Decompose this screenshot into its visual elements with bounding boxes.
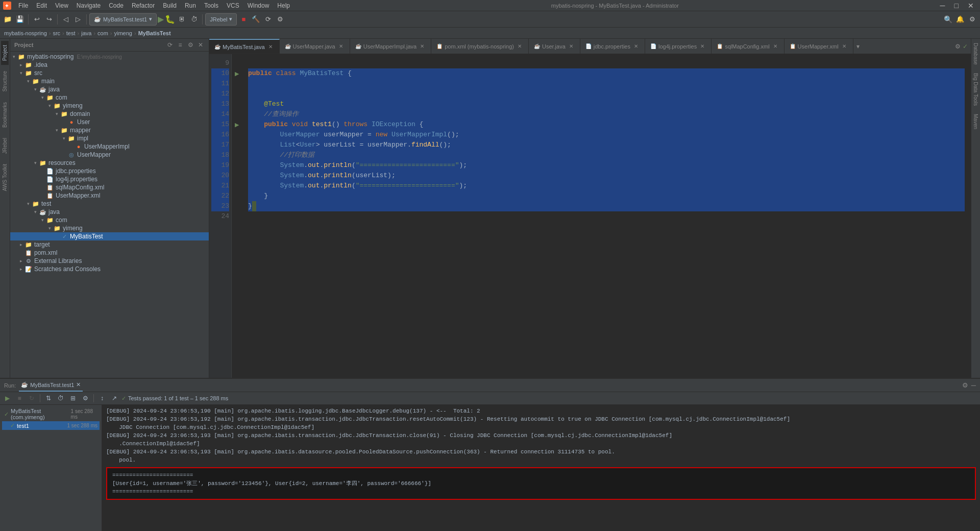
- breadcrumb-yimeng[interactable]: yimeng: [114, 30, 132, 36]
- tab-jdbc[interactable]: 📄 jdbc.properties ✕: [580, 39, 645, 54]
- sidebar-gear-icon[interactable]: ⚙: [186, 41, 194, 49]
- run-toggle-tree-btn[interactable]: ↕: [97, 393, 107, 403]
- tab-close-user[interactable]: ✕: [568, 43, 575, 50]
- sidebar-sync-icon[interactable]: ⟳: [166, 41, 174, 49]
- run-tab-close[interactable]: ✕: [76, 381, 81, 388]
- menu-vcs[interactable]: VCS: [223, 1, 243, 10]
- window-minimize[interactable]: ─: [936, 1, 949, 11]
- run-config-selector[interactable]: ☕ MyBatisTest.test1 ▾: [89, 13, 157, 26]
- right-tab-bigdata[interactable]: Big Data Tools: [972, 69, 979, 110]
- tree-item-main[interactable]: ▾ 📁 main: [10, 77, 209, 85]
- run-panel-settings-btn[interactable]: ⚙: [962, 381, 968, 389]
- tree-item-target[interactable]: ▸ 📁 target: [10, 240, 209, 249]
- tree-item-sqlmapconfig[interactable]: 📋 sqlMapConfig.xml: [10, 183, 209, 191]
- menu-code[interactable]: Code: [105, 1, 128, 10]
- code-content[interactable]: public class MyBatisTest { @Test //查询操作 …: [242, 54, 971, 378]
- run-sort-duration-btn[interactable]: ⏱: [56, 393, 66, 403]
- profile-button[interactable]: ⏱: [188, 14, 200, 25]
- sidebar-tab-structure[interactable]: Structure: [1, 67, 9, 96]
- tab-pom[interactable]: 📋 pom.xml (mybatis-nospring) ✕: [431, 39, 529, 54]
- tree-item-test-yimeng[interactable]: ▾ 📁 yimeng: [10, 224, 209, 232]
- jrebel-selector[interactable]: JRebel ▾: [205, 13, 237, 26]
- tree-item-ext-libs[interactable]: ▸ ⚙ External Libraries: [10, 257, 209, 265]
- tab-mybatistest[interactable]: ☕ MyBatisTest.java ✕: [209, 39, 280, 54]
- tab-usermapperimpl[interactable]: ☕ UserMapperImpl.java ✕: [350, 39, 432, 54]
- run-stop-btn[interactable]: ■: [14, 393, 24, 403]
- test-item-root[interactable]: ✓ MyBatisTest (com.yimeng) 1 sec 288 ms: [2, 407, 100, 421]
- tree-item-user[interactable]: ● User: [10, 118, 209, 126]
- run-panel-tab[interactable]: ☕ MyBatisTest.test1 ✕: [19, 379, 83, 392]
- tab-usermapper[interactable]: ☕ UserMapper.java ✕: [280, 39, 350, 54]
- tab-user[interactable]: ☕ User.java ✕: [529, 39, 580, 54]
- tree-item-root[interactable]: ▾ 📁 mybatis-nospring E:\mybatis-nospring: [10, 53, 209, 61]
- tab-close-sqlmapconfig[interactable]: ✕: [772, 43, 779, 50]
- notifications-btn[interactable]: 🔔: [954, 14, 966, 25]
- editor-settings-icon[interactable]: ⚙: [955, 43, 961, 50]
- run-import-btn[interactable]: ↗: [109, 393, 119, 403]
- toolbar-nav-fwd-btn[interactable]: ▷: [72, 14, 84, 25]
- console-output[interactable]: [DEBUG] 2024-09-24 23:06:53,190 [main] o…: [102, 405, 980, 531]
- toolbar-undo-btn[interactable]: ↩: [31, 14, 42, 25]
- menu-run[interactable]: Run: [181, 1, 200, 10]
- run-expand-btn[interactable]: ⊞: [68, 393, 78, 403]
- tree-item-mapper[interactable]: ▾ 📁 mapper: [10, 126, 209, 134]
- tree-item-jdbc-props[interactable]: 📄 jdbc.properties: [10, 167, 209, 175]
- settings-button[interactable]: ⚙: [275, 14, 286, 25]
- tree-item-idea[interactable]: ▸ 📁 .idea: [10, 61, 209, 69]
- menu-window[interactable]: Window: [243, 1, 274, 10]
- tree-item-usermapper[interactable]: ◎ UserMapper: [10, 151, 209, 159]
- tree-item-main-com[interactable]: ▾ 📁 com: [10, 93, 209, 102]
- tree-item-impl[interactable]: ▾ 📁 impl: [10, 134, 209, 142]
- menu-tools[interactable]: Tools: [200, 1, 223, 10]
- tab-log4j[interactable]: 📄 log4j.properties ✕: [645, 39, 712, 54]
- sidebar-tab-project[interactable]: Project: [1, 41, 9, 65]
- tree-item-pom[interactable]: 📋 pom.xml: [10, 249, 209, 257]
- menu-navigate[interactable]: Navigate: [72, 1, 105, 10]
- tree-item-test[interactable]: ▾ 📁 test: [10, 200, 209, 208]
- toolbar-redo-btn[interactable]: ↪: [43, 14, 55, 25]
- breadcrumb-com[interactable]: com: [97, 30, 108, 36]
- toolbar-nav-back-btn[interactable]: ◁: [60, 14, 71, 25]
- tab-close-usermapper-xml[interactable]: ✕: [841, 43, 848, 50]
- tree-item-usermapperimpl[interactable]: ● UserMapperImpl: [10, 142, 209, 151]
- tab-close-log4j[interactable]: ✕: [699, 43, 706, 50]
- toolbar-save-btn[interactable]: 💾: [14, 14, 26, 25]
- tree-item-src[interactable]: ▾ 📁 src: [10, 69, 209, 77]
- tree-item-mybatistest[interactable]: ✓ MyBatisTest: [10, 232, 209, 240]
- tree-item-test-com[interactable]: ▾ 📁 com: [10, 216, 209, 224]
- sidebar-tab-bookmarks[interactable]: Bookmarks: [1, 98, 9, 132]
- tab-close-pom[interactable]: ✕: [516, 43, 523, 50]
- ide-settings-btn[interactable]: ⚙: [967, 14, 978, 25]
- tree-item-resources[interactable]: ▾ 📁 resources: [10, 159, 209, 167]
- editor-bookmark-icon[interactable]: ✓: [963, 43, 968, 50]
- right-tab-maven[interactable]: Maven: [972, 110, 979, 133]
- breadcrumb-src[interactable]: src: [53, 30, 60, 36]
- tree-item-log4j-props[interactable]: 📄 log4j.properties: [10, 175, 209, 183]
- breadcrumb-test[interactable]: test: [66, 30, 76, 36]
- breadcrumb-class[interactable]: MyBatisTest: [138, 30, 171, 36]
- tree-item-usermapper-xml[interactable]: 📋 UserMapper.xml: [10, 191, 209, 200]
- tab-close-usermapperimpl[interactable]: ✕: [419, 43, 426, 50]
- tree-item-main-yimeng[interactable]: ▾ 📁 yimeng: [10, 102, 209, 110]
- tab-close-usermapper[interactable]: ✕: [337, 43, 345, 50]
- menu-help[interactable]: Help: [273, 1, 294, 10]
- tree-item-domain[interactable]: ▾ 📁 domain: [10, 110, 209, 118]
- menu-file[interactable]: File: [14, 1, 32, 10]
- sidebar-expand-icon[interactable]: ≡: [176, 41, 184, 49]
- menu-edit[interactable]: Edit: [32, 1, 51, 10]
- breadcrumb-java[interactable]: java: [81, 30, 91, 36]
- tab-usermapper-xml[interactable]: 📋 UserMapper.xml ✕: [785, 39, 853, 54]
- sync-button[interactable]: ⟳: [262, 14, 274, 25]
- run-sort-alpha-btn[interactable]: ⇅: [43, 393, 54, 403]
- tab-more-btn[interactable]: ▾: [853, 39, 863, 54]
- sidebar-close-icon[interactable]: ✕: [197, 41, 205, 49]
- tab-sqlmapconfig[interactable]: 📋 sqlMapConfig.xml ✕: [712, 39, 784, 54]
- tree-item-scratches[interactable]: ▸ 📝 Scratches and Consoles: [10, 265, 209, 273]
- breadcrumb-root[interactable]: mybatis-nospring: [4, 30, 47, 36]
- run-button[interactable]: ▶: [158, 14, 164, 24]
- test-item-test1[interactable]: ✓ test1 1 sec 288 ms: [2, 421, 100, 430]
- menu-build[interactable]: Build: [159, 1, 181, 10]
- build-button[interactable]: 🔨: [250, 14, 261, 25]
- sidebar-tab-jrebel[interactable]: JRebel: [1, 134, 9, 158]
- tree-item-main-java[interactable]: ▾ ☕ java: [10, 85, 209, 93]
